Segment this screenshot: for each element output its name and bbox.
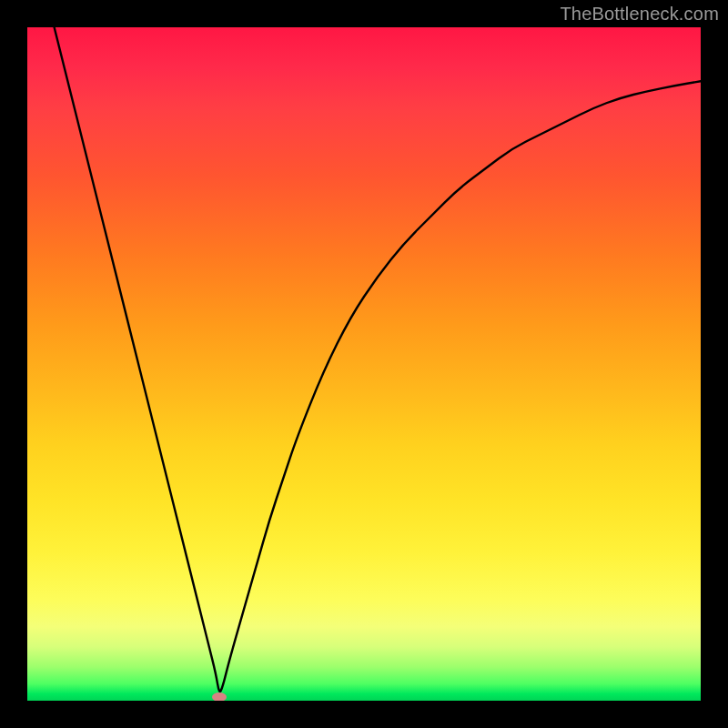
optimal-point-marker [212, 693, 227, 701]
watermark-text: TheBottleneck.com [560, 4, 719, 25]
chart-frame: TheBottleneck.com [0, 0, 728, 728]
curve-layer [27, 27, 701, 701]
plot-area [27, 27, 701, 701]
bottleneck-curve [55, 27, 701, 692]
